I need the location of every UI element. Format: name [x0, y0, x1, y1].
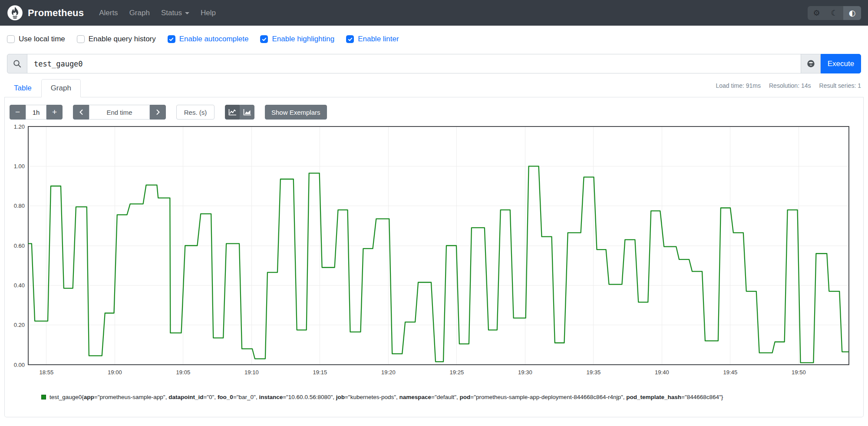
- execute-button[interactable]: Execute: [821, 54, 861, 73]
- dark-theme-button[interactable]: ☾: [825, 6, 843, 20]
- svg-text:19:15: 19:15: [313, 369, 327, 376]
- query-stats: Load time: 91msResolution: 14sResult ser…: [708, 82, 861, 89]
- options-row: Use local timeEnable query historyEnable…: [0, 26, 868, 43]
- legend-label: test_gauge0{app="prometheus-sample-app",…: [50, 394, 723, 400]
- legend-swatch: [41, 395, 46, 399]
- metrics-explorer-button[interactable]: [801, 54, 821, 73]
- range-input[interactable]: [26, 105, 46, 120]
- chart-area: 0.000.200.400.600.801.001.2018:5519:0019…: [7, 124, 861, 382]
- svg-text:19:35: 19:35: [587, 369, 601, 376]
- caret-down-icon: [185, 12, 189, 14]
- stat-result-series: Result series: 1: [819, 82, 861, 89]
- svg-text:19:40: 19:40: [655, 369, 669, 376]
- chart-type-toggle-group: [225, 105, 254, 120]
- option-label[interactable]: Enable autocomplete: [179, 35, 249, 43]
- line-chart-toggle-button[interactable]: [225, 105, 240, 120]
- option-label[interactable]: Enable linter: [358, 35, 399, 43]
- theme-toggle-group: ⚙☾◐: [808, 6, 861, 20]
- resolution-input[interactable]: [176, 105, 215, 120]
- moon-icon: ☾: [831, 8, 838, 17]
- tab-graph[interactable]: Graph: [41, 79, 81, 97]
- auto-theme-button[interactable]: ◐: [843, 6, 861, 20]
- query-input[interactable]: [27, 54, 801, 73]
- brand-title[interactable]: Prometheus: [28, 7, 84, 19]
- svg-text:19:30: 19:30: [518, 369, 532, 376]
- checkbox-enable-autocomplete[interactable]: [168, 35, 175, 43]
- endtime-input-group: [73, 105, 166, 120]
- option-enable-linter: Enable linter: [346, 35, 399, 43]
- graph-controls: − +: [10, 105, 861, 120]
- navbar: Prometheus AlertsGraphStatusHelp ⚙☾◐: [0, 0, 868, 26]
- nav-item-help[interactable]: Help: [195, 9, 221, 17]
- svg-text:0.40: 0.40: [14, 282, 25, 289]
- graph-chart[interactable]: 0.000.200.400.600.801.001.2018:5519:0019…: [7, 124, 852, 380]
- decrease-range-button[interactable]: −: [10, 105, 26, 120]
- range-input-group: − +: [10, 105, 63, 120]
- series-line: [28, 166, 849, 363]
- option-enable-autocomplete: Enable autocomplete: [168, 35, 249, 43]
- svg-text:0.80: 0.80: [14, 203, 25, 209]
- option-label[interactable]: Enable query history: [89, 35, 156, 43]
- svg-text:19:25: 19:25: [450, 369, 464, 376]
- stacked-chart-icon: [243, 109, 251, 116]
- prometheus-logo-icon: [7, 5, 23, 21]
- increase-range-button[interactable]: +: [46, 105, 63, 120]
- option-label[interactable]: Use local time: [19, 35, 65, 43]
- globe-icon: [806, 59, 815, 68]
- svg-text:18:55: 18:55: [40, 369, 54, 376]
- option-enable-query-history: Enable query history: [77, 35, 156, 43]
- time-back-button[interactable]: [73, 105, 89, 120]
- svg-text:0.60: 0.60: [14, 243, 25, 249]
- svg-text:0.20: 0.20: [14, 322, 25, 328]
- nav-item-status[interactable]: Status: [155, 9, 195, 17]
- svg-text:1.00: 1.00: [14, 163, 25, 170]
- stacked-chart-toggle-button[interactable]: [240, 105, 254, 120]
- chevron-right-icon: [155, 109, 161, 115]
- checkbox-enable-linter[interactable]: [346, 35, 354, 43]
- svg-text:0.00: 0.00: [14, 362, 25, 368]
- search-icon: [7, 54, 27, 73]
- end-time-input[interactable]: [89, 105, 150, 120]
- gear-icon: ⚙: [813, 8, 820, 17]
- contrast-half-circle-icon: ◐: [849, 8, 856, 17]
- svg-text:19:10: 19:10: [244, 369, 259, 376]
- nav-links: AlertsGraphStatusHelp: [93, 9, 221, 17]
- svg-text:19:00: 19:00: [108, 369, 122, 376]
- option-enable-highlighting: Enable highlighting: [260, 35, 334, 43]
- svg-text:19:50: 19:50: [792, 369, 806, 376]
- option-label[interactable]: Enable highlighting: [272, 35, 334, 43]
- stat-resolution: Resolution: 14s: [769, 82, 811, 89]
- line-chart-icon: [228, 109, 237, 116]
- settings-button[interactable]: ⚙: [808, 6, 825, 20]
- checkbox-enable-highlighting[interactable]: [260, 35, 268, 43]
- checkbox-use-local-time[interactable]: [7, 35, 15, 43]
- legend-item[interactable]: test_gauge0{app="prometheus-sample-app",…: [41, 394, 861, 400]
- show-exemplars-button[interactable]: Show Exemplars: [265, 105, 327, 120]
- svg-text:19:20: 19:20: [381, 369, 396, 376]
- option-use-local-time: Use local time: [7, 35, 65, 43]
- chevron-left-icon: [79, 109, 84, 115]
- time-forward-button[interactable]: [150, 105, 166, 120]
- query-row: Execute: [7, 54, 861, 73]
- stat-load-time: Load time: 91ms: [716, 82, 761, 89]
- nav-item-graph[interactable]: Graph: [124, 9, 155, 17]
- graph-panel: − +: [4, 97, 864, 417]
- tab-bar: Table Graph Load time: 91msResolution: 1…: [4, 79, 864, 97]
- tab-table[interactable]: Table: [4, 79, 41, 97]
- checkbox-enable-query-history[interactable]: [77, 35, 85, 43]
- nav-item-alerts[interactable]: Alerts: [93, 9, 123, 17]
- svg-text:19:05: 19:05: [176, 369, 191, 376]
- svg-text:1.20: 1.20: [14, 124, 25, 130]
- svg-text:19:45: 19:45: [723, 369, 738, 376]
